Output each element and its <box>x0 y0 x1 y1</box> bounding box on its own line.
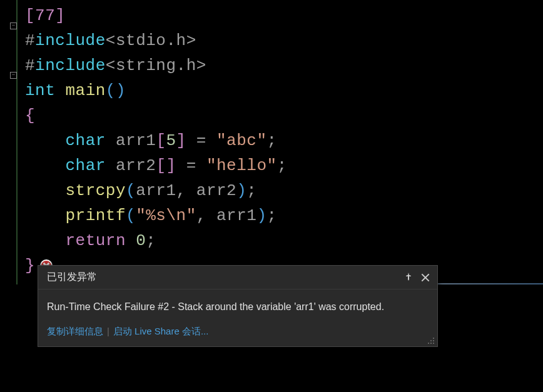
variable: arr2 <box>116 156 156 175</box>
function-call: printf <box>65 206 126 225</box>
number: 0 <box>136 231 146 250</box>
code-line[interactable]: { <box>18 103 543 128</box>
argument: arr1 <box>216 206 256 225</box>
editor-gutter: − − <box>0 0 18 284</box>
svg-point-1 <box>430 340 432 341</box>
preproc-hash: # <box>25 31 35 50</box>
code-line[interactable]: char arr1[5] = "abc"; <box>18 128 543 153</box>
header-name: stdio.h <box>116 31 186 50</box>
popup-header: 已引发异常 <box>38 266 437 289</box>
paren-open: ( <box>126 181 136 200</box>
angle-close: > <box>186 31 196 50</box>
popup-message: Run-Time Check Failure #2 - Stack around… <box>38 289 437 321</box>
svg-point-0 <box>433 338 434 339</box>
bracket: ] <box>176 131 186 150</box>
variable: arr1 <box>116 131 156 150</box>
code-line[interactable]: strcpy(arr1, arr2); <box>18 178 543 203</box>
string-literal: "abc" <box>216 131 267 150</box>
angle-close: > <box>196 56 206 75</box>
exception-popup: 已引发异常 Run-Time Check Failure #2 - Stack … <box>38 265 438 347</box>
code-line[interactable]: printf("%s\n", arr1); <box>18 203 543 228</box>
function-name: main <box>65 81 105 100</box>
pin-icon[interactable] <box>403 272 414 282</box>
return-keyword: return <box>65 231 126 250</box>
angle-open: < <box>106 56 116 75</box>
comma: , <box>196 206 216 225</box>
semicolon: ; <box>277 156 287 175</box>
code-line[interactable]: return 0; <box>18 228 543 253</box>
preproc-hash: # <box>25 56 35 75</box>
semicolon: ; <box>146 231 156 250</box>
link-separator: | <box>107 326 109 336</box>
popup-links: 复制详细信息|启动 Live Share 会话... <box>38 321 437 346</box>
type-keyword: char <box>65 156 105 175</box>
assign-op: = <box>176 156 206 175</box>
close-brace: } <box>25 253 35 278</box>
semicolon: ; <box>246 181 256 200</box>
format-string: "%s\n" <box>136 206 196 225</box>
parens: () <box>106 81 126 100</box>
code-line[interactable]: char arr2[] = "hello"; <box>18 153 543 178</box>
open-brace: { <box>25 106 35 125</box>
type-keyword: char <box>65 131 105 150</box>
paren-close: ) <box>236 181 246 200</box>
code-line[interactable]: [77] <box>18 3 543 28</box>
comma: , <box>176 181 196 200</box>
svg-point-4 <box>430 343 432 344</box>
type-keyword: int <box>25 81 55 100</box>
brackets: [] <box>156 156 176 175</box>
code-line[interactable]: #include<stdio.h> <box>18 28 543 53</box>
fold-marker-icon[interactable]: − <box>10 72 17 79</box>
close-icon[interactable] <box>420 272 431 283</box>
copy-details-link[interactable]: 复制详细信息 <box>47 326 103 336</box>
live-share-link[interactable]: 启动 Live Share 会话... <box>113 326 209 336</box>
popup-actions <box>403 272 431 283</box>
argument: arr2 <box>196 181 236 200</box>
string-literal: "hello" <box>206 156 277 175</box>
paren-open: ( <box>126 206 136 225</box>
bracket: [ <box>156 131 166 150</box>
include-keyword: include <box>35 56 106 75</box>
number: 5 <box>166 131 176 150</box>
header-name: string.h <box>116 56 196 75</box>
code-line[interactable]: int main() <box>18 78 543 103</box>
code-line[interactable]: #include<string.h> <box>18 53 543 78</box>
function-call: strcpy <box>65 181 126 200</box>
svg-point-2 <box>433 340 434 341</box>
resize-grip-icon[interactable] <box>427 336 435 344</box>
semicolon: ; <box>267 131 277 150</box>
code-text: [77] <box>25 6 65 25</box>
semicolon: ; <box>267 206 277 225</box>
include-keyword: include <box>35 31 106 50</box>
svg-point-5 <box>433 343 434 344</box>
popup-title: 已引发异常 <box>47 271 403 284</box>
code-editor[interactable]: − − [77] #include<stdio.h> #include<stri… <box>0 0 543 284</box>
argument: arr1 <box>136 181 176 200</box>
paren-close: ) <box>256 206 266 225</box>
svg-point-3 <box>428 343 429 344</box>
assign-op: = <box>186 131 216 150</box>
fold-marker-icon[interactable]: − <box>10 23 17 29</box>
angle-open: < <box>106 31 116 50</box>
